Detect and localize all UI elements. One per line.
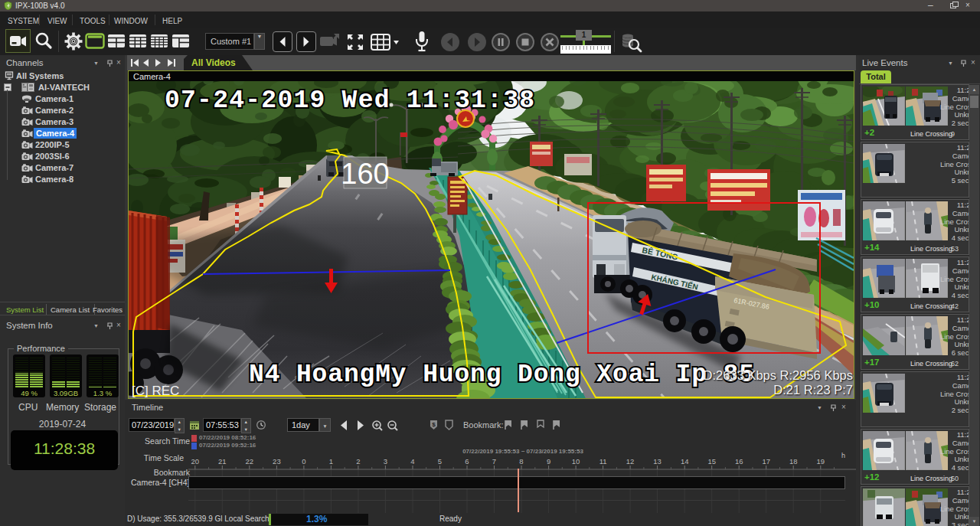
svg-text:21: 21	[218, 457, 227, 466]
svg-text:9: 9	[547, 457, 550, 466]
svg-text:5: 5	[438, 457, 442, 466]
svg-text:160: 160	[341, 158, 389, 190]
svg-text:0: 0	[302, 457, 305, 466]
svg-text:16: 16	[735, 457, 743, 466]
svg-text:22: 22	[246, 457, 254, 466]
svg-text:10: 10	[572, 457, 580, 466]
svg-text:D:21 R:23 P:7: D:21 R:23 P:7	[773, 383, 853, 397]
svg-text:23: 23	[273, 457, 281, 466]
svg-text:18: 18	[789, 457, 798, 466]
svg-text:[C] REC: [C] REC	[132, 384, 179, 398]
svg-text:12: 12	[626, 457, 635, 466]
svg-text:$: $	[432, 421, 436, 428]
svg-text:3: 3	[384, 457, 387, 466]
svg-text:19: 19	[817, 457, 825, 466]
svg-text:7: 7	[492, 457, 496, 466]
svg-text:07-24-2019 Wed 11:31:38: 07-24-2019 Wed 11:31:38	[165, 87, 534, 115]
svg-text:1: 1	[329, 457, 333, 466]
svg-text:2: 2	[356, 457, 360, 466]
svg-text:Camera-4: Camera-4	[133, 72, 171, 81]
svg-text:6: 6	[465, 457, 469, 466]
svg-text:13: 13	[653, 457, 662, 466]
svg-text:D:2633 Kbps R:2956 Kbps: D:2633 Kbps R:2956 Kbps	[704, 368, 853, 382]
svg-text:17: 17	[762, 457, 770, 466]
svg-text:14: 14	[681, 457, 689, 466]
svg-text:11: 11	[599, 457, 607, 466]
svg-text:20: 20	[191, 457, 200, 466]
svg-text:N4 HoangMy Huong Dong Xoai Ip: N4 HoangMy Huong Dong Xoai Ip 85	[249, 361, 754, 389]
svg-text:15: 15	[707, 457, 716, 466]
svg-text:4: 4	[410, 457, 414, 466]
svg-text:8: 8	[519, 457, 523, 466]
